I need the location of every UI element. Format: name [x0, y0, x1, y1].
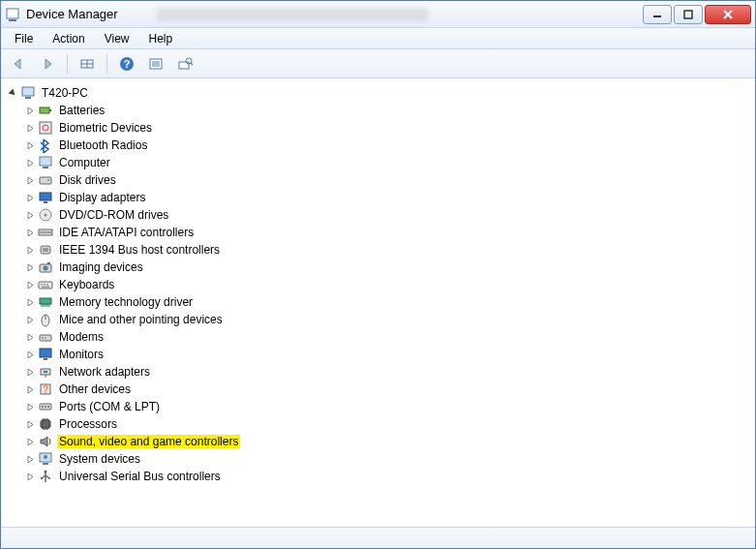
sound-icon: [38, 434, 53, 449]
category-node[interactable]: System devices: [22, 450, 751, 468]
expander-icon[interactable]: [24, 366, 36, 378]
menu-file[interactable]: File: [5, 30, 43, 47]
category-node[interactable]: Ports (COM & LPT): [22, 398, 751, 415]
expander-icon[interactable]: [24, 105, 36, 116]
svg-rect-18: [22, 87, 34, 96]
window-title: Device Manager: [26, 7, 118, 21]
port-icon: [38, 399, 53, 414]
expander-icon[interactable]: [24, 139, 36, 151]
expander-icon[interactable]: [24, 296, 36, 308]
expander-icon[interactable]: [24, 122, 36, 134]
statusbar: [1, 527, 755, 548]
expander-icon[interactable]: [7, 87, 18, 99]
titlebar[interactable]: Device Manager: [1, 1, 755, 28]
category-label: Keyboards: [57, 278, 116, 291]
expander-icon[interactable]: [24, 244, 36, 256]
menubar: File Action View Help: [1, 28, 755, 49]
device-tree: T420-PC BatteriesBiometric DevicesBlueto…: [5, 84, 751, 485]
mouse-icon: [38, 312, 53, 327]
app-icon: [5, 7, 20, 22]
root-node[interactable]: T420-PC: [5, 84, 751, 102]
category-node[interactable]: Other devices: [22, 381, 751, 398]
back-button[interactable]: [7, 52, 30, 76]
svg-rect-0: [7, 9, 18, 18]
expander-icon[interactable]: [24, 314, 36, 325]
expander-icon[interactable]: [24, 227, 36, 238]
category-node[interactable]: Bluetooth Radios: [22, 137, 751, 154]
ieee1394-icon: [38, 242, 53, 258]
category-label: System devices: [57, 452, 142, 466]
close-button[interactable]: [705, 5, 751, 24]
cpu-icon: [38, 416, 53, 432]
category-label: Universal Serial Bus controllers: [57, 470, 223, 483]
expander-icon[interactable]: [24, 453, 36, 465]
menu-help[interactable]: Help: [139, 30, 183, 47]
expander-icon[interactable]: [24, 279, 36, 290]
category-node[interactable]: DVD/CD-ROM drives: [22, 206, 751, 224]
expander-icon[interactable]: [24, 261, 36, 273]
svg-rect-1: [9, 19, 16, 21]
toolbar: ?: [1, 49, 755, 78]
menu-action[interactable]: Action: [43, 30, 94, 47]
monitor-icon: [38, 347, 53, 362]
expander-icon[interactable]: [24, 174, 36, 186]
category-node[interactable]: Network adapters: [22, 363, 751, 381]
disk-icon: [38, 172, 53, 188]
device-manager-window: Device Manager File Action View Help ?: [0, 0, 756, 549]
expander-icon[interactable]: [24, 383, 36, 395]
biometric-icon: [38, 120, 53, 136]
expander-icon[interactable]: [24, 209, 36, 221]
category-label: Memory technology driver: [57, 295, 195, 309]
category-label: Modems: [57, 330, 106, 344]
ide-icon: [38, 225, 53, 240]
category-node[interactable]: IEEE 1394 Bus host controllers: [22, 241, 751, 259]
minimize-button[interactable]: [643, 5, 672, 24]
expander-icon[interactable]: [24, 436, 36, 447]
category-node[interactable]: Keyboards: [22, 276, 751, 293]
expander-icon[interactable]: [24, 192, 36, 203]
tree-pane[interactable]: T420-PC BatteriesBiometric DevicesBlueto…: [1, 78, 755, 527]
help-button[interactable]: ?: [115, 52, 138, 76]
category-node[interactable]: Display adapters: [22, 189, 751, 206]
scan-hardware-button[interactable]: [173, 52, 197, 76]
category-node[interactable]: Imaging devices: [22, 259, 751, 276]
category-node[interactable]: Disk drives: [22, 171, 751, 189]
category-node[interactable]: Biometric Devices: [22, 119, 751, 137]
show-hidden-button[interactable]: [76, 52, 99, 76]
category-node[interactable]: Computer: [22, 154, 751, 171]
category-node[interactable]: IDE ATA/ATAPI controllers: [22, 224, 751, 241]
category-label: Mice and other pointing devices: [57, 313, 225, 326]
modem-icon: [38, 329, 53, 345]
toolbar-separator: [67, 54, 68, 74]
svg-rect-19: [25, 97, 31, 99]
computer-icon: [38, 155, 53, 170]
menu-view[interactable]: View: [95, 30, 139, 47]
category-node[interactable]: Processors: [22, 415, 751, 433]
bluetooth-icon: [38, 137, 53, 153]
title-extra-blurred: [157, 8, 428, 21]
category-label: Other devices: [57, 382, 133, 396]
category-node[interactable]: Memory technology driver: [22, 293, 751, 311]
category-node[interactable]: Mice and other pointing devices: [22, 311, 751, 328]
category-node[interactable]: Sound, video and game controllers: [22, 433, 751, 450]
expander-icon[interactable]: [24, 471, 36, 482]
properties-button[interactable]: [144, 52, 167, 76]
category-node[interactable]: Batteries: [22, 102, 751, 119]
category-node[interactable]: Modems: [22, 328, 751, 346]
keyboard-icon: [38, 277, 53, 292]
expander-icon[interactable]: [24, 157, 36, 168]
other-icon: [38, 381, 53, 397]
forward-button[interactable]: [36, 52, 59, 76]
expander-icon[interactable]: [24, 331, 36, 343]
usb-icon: [38, 469, 53, 484]
svg-text:?: ?: [124, 58, 131, 70]
category-label: Bluetooth Radios: [57, 138, 149, 152]
expander-icon[interactable]: [24, 401, 36, 412]
maximize-button[interactable]: [674, 5, 703, 24]
category-node[interactable]: Universal Serial Bus controllers: [22, 468, 751, 485]
expander-icon[interactable]: [24, 418, 36, 430]
category-label: Processors: [57, 417, 119, 431]
expander-icon[interactable]: [24, 349, 36, 360]
category-label: IEEE 1394 Bus host controllers: [57, 243, 222, 257]
category-node[interactable]: Monitors: [22, 346, 751, 363]
